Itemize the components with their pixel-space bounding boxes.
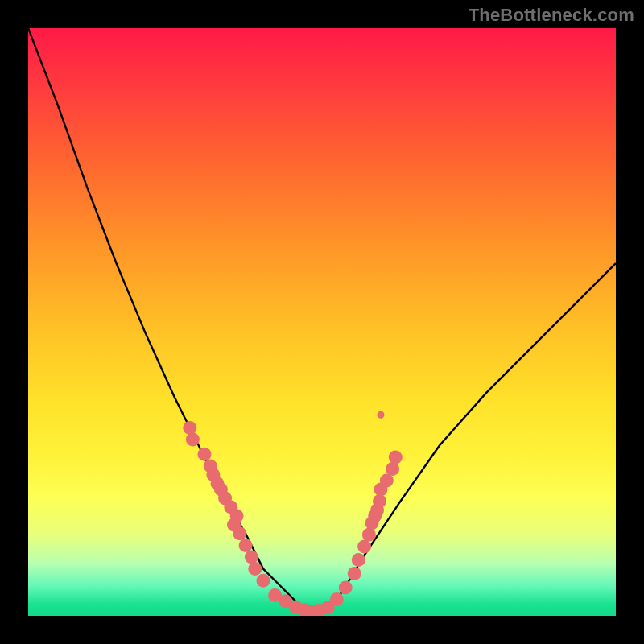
scatter-dot (386, 462, 399, 476)
scatter-dot (330, 592, 344, 606)
scatter-dot (373, 494, 386, 508)
scatter-dot (357, 539, 371, 553)
scatter-dot (389, 450, 402, 464)
scatter-dot (233, 526, 246, 540)
scatter-dot (239, 539, 253, 552)
plot-frame: TheBottleneck.com (0, 0, 644, 644)
scatter-dot (257, 574, 270, 588)
plot-area (28, 28, 616, 616)
scatter-dot (362, 528, 376, 542)
scatter-dot (378, 411, 385, 419)
scatter-dot (352, 553, 365, 567)
scatter-dot (248, 562, 262, 576)
bottleneck-curve (28, 28, 616, 610)
scatter-dot (245, 551, 258, 564)
scatter-dot (183, 421, 196, 435)
scatter-dot (380, 474, 394, 488)
scatter-dot (339, 581, 353, 595)
plot-svg (28, 28, 616, 616)
scatter-dot (348, 567, 361, 580)
scatter-dot (186, 433, 200, 447)
scatter-dot (198, 448, 212, 461)
watermark-label: TheBottleneck.com (469, 5, 634, 26)
scatter-dots (183, 411, 402, 616)
